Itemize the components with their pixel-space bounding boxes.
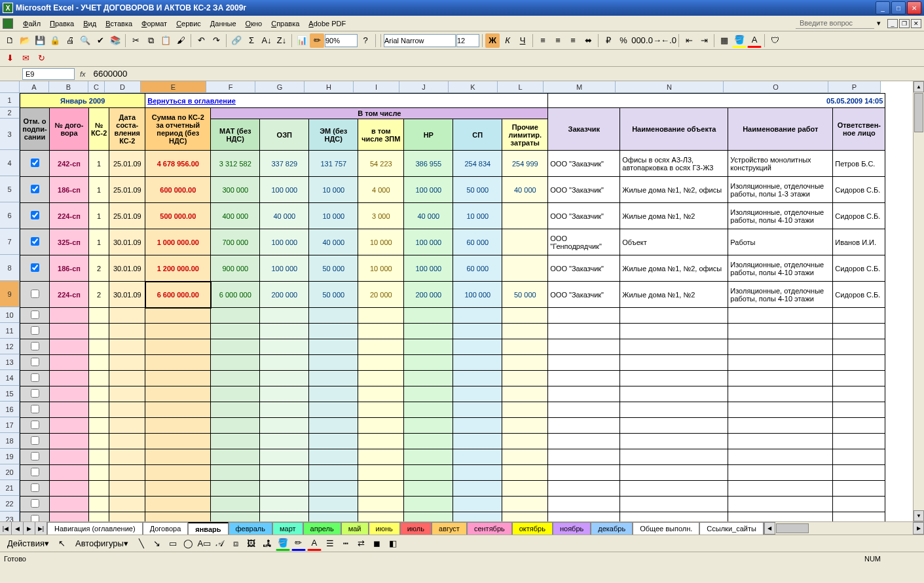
cell[interactable] [89, 324, 109, 339]
cell[interactable] [728, 386, 833, 402]
cell[interactable]: Офисы в осях А3-Л3, автопарковка в осях … [620, 151, 728, 177]
cell[interactable] [502, 355, 548, 371]
cell[interactable]: Жилые дома №1, №2, офисы [620, 177, 728, 203]
cell[interactable] [309, 449, 358, 465]
permission-icon[interactable]: 🔒 [48, 33, 62, 48]
cell[interactable] [211, 402, 260, 418]
cell[interactable] [211, 512, 260, 522]
cell[interactable]: 186-сп [50, 177, 89, 203]
col-header-K[interactable]: K [449, 81, 498, 93]
cell[interactable] [145, 497, 211, 512]
cell[interactable] [50, 465, 89, 481]
comma-icon[interactable]: 000 [631, 33, 646, 48]
col-header-J[interactable]: J [399, 81, 449, 93]
cell[interactable] [89, 465, 109, 481]
cell[interactable]: 10 000 [358, 255, 404, 282]
doc-restore-button[interactable]: ❐ [899, 19, 910, 28]
cell[interactable]: 200 000 [260, 282, 309, 308]
cell[interactable] [109, 324, 145, 339]
cell[interactable] [548, 339, 620, 355]
cell[interactable] [502, 497, 548, 512]
cell[interactable] [833, 497, 885, 512]
row-header-18[interactable]: 18 [0, 433, 20, 449]
actions-menu[interactable]: Действия ▾ [3, 536, 54, 551]
cell[interactable] [211, 308, 260, 324]
bold-icon[interactable]: Ж [485, 33, 500, 48]
sign-checkbox[interactable] [31, 483, 39, 492]
cell[interactable] [453, 434, 502, 449]
sheet-tab-июнь[interactable]: июнь [369, 522, 400, 535]
name-box[interactable]: E9 [22, 68, 75, 80]
cell[interactable]: Прочие лимитир. затраты [502, 119, 548, 151]
cell[interactable] [20, 255, 50, 282]
cell[interactable] [833, 308, 885, 324]
cell[interactable] [502, 203, 548, 229]
cell[interactable] [548, 512, 620, 522]
cell[interactable] [109, 371, 145, 386]
menu-данные[interactable]: Данные [206, 18, 241, 29]
cell[interactable]: 254 999 [502, 151, 548, 177]
sheet-tab-январь[interactable]: январь [188, 522, 228, 535]
cell[interactable] [358, 465, 404, 481]
cell[interactable] [728, 308, 833, 324]
cell[interactable] [309, 371, 358, 386]
cell[interactable] [260, 339, 309, 355]
cell[interactable] [548, 324, 620, 339]
cell[interactable]: 500 000.00 [145, 203, 211, 229]
cell[interactable] [404, 434, 453, 449]
col-header-I[interactable]: I [354, 81, 399, 93]
cell[interactable] [404, 449, 453, 465]
cell[interactable] [453, 449, 502, 465]
cell[interactable]: Изоляционные, отделочные работы, полы 4-… [728, 255, 833, 282]
font-color-draw-icon[interactable]: A [307, 536, 322, 551]
cell[interactable]: 30.01.09 [109, 282, 145, 308]
cell[interactable] [211, 418, 260, 434]
sign-checkbox[interactable] [31, 290, 39, 298]
cell[interactable] [211, 434, 260, 449]
cell[interactable] [502, 339, 548, 355]
cell[interactable]: 224-сп [50, 282, 89, 308]
cell[interactable] [358, 418, 404, 434]
cell[interactable]: 50 000 [309, 282, 358, 308]
sheet-tab-декабрь[interactable]: декабрь [591, 522, 633, 535]
cell[interactable]: 54 223 [358, 151, 404, 177]
cell[interactable]: 40 000 [260, 203, 309, 229]
cell[interactable] [20, 282, 50, 308]
cell[interactable] [109, 481, 145, 497]
row-header-10[interactable]: 10 [0, 307, 20, 323]
row-header-19[interactable]: 19 [0, 449, 20, 464]
cell[interactable]: 4 678 956.00 [145, 151, 211, 177]
sheet-tab-октябрь[interactable]: октябрь [512, 522, 553, 535]
merge-icon[interactable]: ⬌ [581, 33, 595, 48]
cell[interactable] [109, 355, 145, 371]
menu-формат[interactable]: Формат [137, 18, 172, 29]
format-painter-icon[interactable]: 🖌 [174, 33, 188, 48]
pdf-review-icon[interactable]: ↻ [34, 51, 48, 66]
cell[interactable]: В том числе [211, 108, 548, 119]
sheet-tab-февраль[interactable]: февраль [229, 522, 272, 535]
cell[interactable] [109, 418, 145, 434]
tab-next-icon[interactable]: ▶ [24, 522, 35, 535]
cell[interactable] [50, 497, 89, 512]
cell[interactable] [502, 434, 548, 449]
rectangle-icon[interactable]: ▭ [166, 536, 180, 551]
cell[interactable] [145, 308, 211, 324]
row-header-9[interactable]: 9 [0, 281, 20, 307]
sort-asc-icon[interactable]: A↓ [259, 33, 274, 48]
picture-icon[interactable]: 🏞 [260, 536, 274, 551]
cell[interactable] [453, 355, 502, 371]
line-color-icon[interactable]: ✏ [291, 536, 306, 551]
cell[interactable] [145, 386, 211, 402]
research-icon[interactable]: 📚 [108, 33, 122, 48]
cell[interactable] [502, 255, 548, 282]
cell[interactable] [89, 355, 109, 371]
cell[interactable]: 05.05.2009 14:05 [548, 94, 885, 108]
menu-файл[interactable]: Файл [18, 18, 45, 29]
cell[interactable] [502, 481, 548, 497]
select-objects-icon[interactable]: ↖ [55, 536, 69, 551]
cell[interactable] [145, 355, 211, 371]
row-header-1[interactable]: 1 [0, 93, 20, 107]
cell[interactable] [211, 339, 260, 355]
cell[interactable] [620, 418, 728, 434]
cell[interactable] [50, 308, 89, 324]
